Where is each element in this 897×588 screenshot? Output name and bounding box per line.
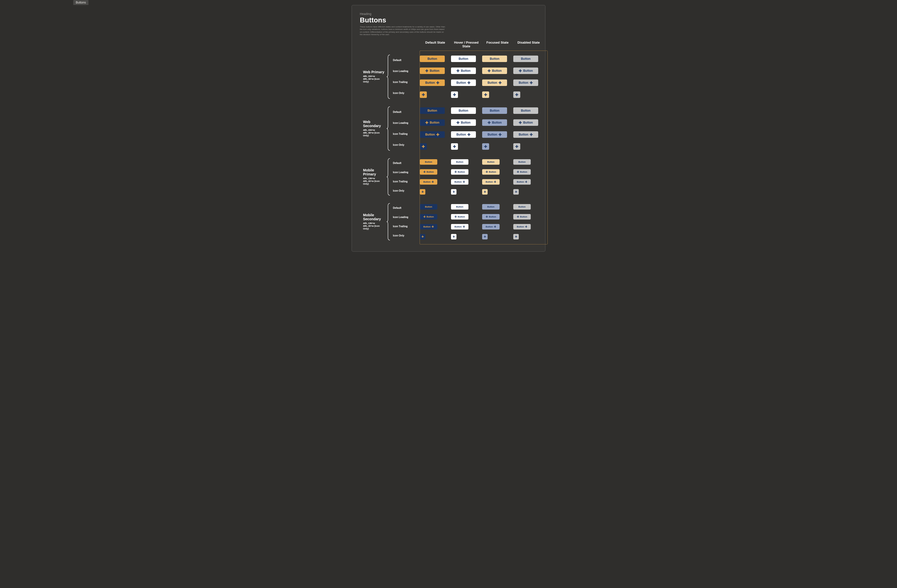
tab-strip: Buttons (0, 0, 897, 5)
web-secondary-icon-leading-focused-button[interactable]: Button (482, 119, 507, 126)
web-secondary-default-hover-button[interactable]: Button (451, 107, 476, 114)
plus-icon (467, 81, 470, 84)
mobile-secondary-default-disabled-button[interactable]: Button (513, 204, 531, 210)
plus-icon (453, 93, 456, 96)
mobile-primary-icon-only-focused-button[interactable] (482, 189, 488, 194)
mobile-primary-icon-leading-hover-button[interactable]: Button (451, 169, 468, 175)
mobile-primary-icon-only-disabled-button[interactable] (513, 189, 519, 194)
plus-icon (436, 133, 439, 136)
web-secondary-icon-only-focused-button[interactable] (482, 143, 489, 150)
mobile-primary-default-default-button[interactable]: Button (420, 159, 437, 165)
web-primary-icon-trailing-focused-button[interactable]: Button (482, 80, 507, 86)
web-secondary-default-focused-button[interactable]: Button (482, 107, 507, 114)
section-name: Web Primary (363, 70, 385, 74)
plus-icon (494, 225, 496, 228)
mobile-secondary-icon-only-default-button[interactable] (420, 234, 426, 239)
mobile-secondary-default-default-button[interactable]: Button (420, 204, 437, 210)
mobile-secondary-icon-leading-default-button[interactable]: Button (420, 214, 437, 219)
web-primary-icon-leading-focused-button[interactable]: Button (482, 67, 507, 74)
section-name: Web Secondary (363, 120, 385, 128)
web-primary-icon-leading-default-button[interactable]: Button (420, 67, 445, 74)
web-primary-icon-only-disabled-button[interactable] (513, 92, 520, 98)
mobile-secondary-icon-leading-disabled-button[interactable]: Button (513, 214, 531, 219)
plus-icon (484, 93, 487, 96)
button-label: Button (487, 205, 494, 208)
web-primary-icon-trailing-hover-button[interactable]: Button (451, 80, 476, 86)
mobile-secondary-icon-only-disabled-button[interactable] (513, 234, 519, 239)
web-secondary-icon-only-disabled-button[interactable] (513, 143, 520, 150)
plus-icon (517, 171, 519, 173)
web-primary-default-focused-button[interactable]: Button (482, 55, 507, 62)
web-primary-icon-only-default-button[interactable] (420, 92, 427, 98)
row-label-default: Default (393, 207, 418, 209)
mobile-secondary-icon-trailing-hover-button[interactable]: Button (451, 224, 468, 230)
mobile-secondary-icon-trailing-default-button[interactable]: Button (420, 224, 437, 230)
web-secondary-icon-leading-default-button[interactable]: Button (420, 119, 445, 126)
section-mobile-primary: Mobile Primary 40h, 136+w40h, 40+w (Icon… (423, 158, 545, 196)
web-secondary-icon-only-default-button[interactable] (420, 143, 427, 150)
mobile-primary-icon-trailing-hover-button[interactable]: Button (451, 179, 468, 185)
mobile-primary-icon-trailing-focused-button[interactable]: Button (482, 179, 500, 185)
design-canvas: Heading Buttons These buttons have diffe… (352, 5, 545, 252)
web-primary-default-default-button[interactable]: Button (420, 55, 445, 62)
mobile-secondary-icon-leading-hover-button[interactable]: Button (451, 214, 468, 219)
mobile-secondary-icon-trailing-disabled-button[interactable]: Button (513, 224, 531, 230)
plus-icon (488, 121, 491, 124)
mobile-secondary-icon-leading-focused-button[interactable]: Button (482, 214, 500, 219)
curly-bracket-icon (386, 106, 391, 151)
web-secondary-icon-only-hover-button[interactable] (451, 143, 458, 150)
row-label-default: Default (393, 110, 418, 113)
web-secondary-icon-leading-hover-button[interactable]: Button (451, 119, 476, 126)
section-label-mobile-primary: Mobile Primary 40h, 136+w40h, 40+w (Icon… (363, 158, 393, 196)
mobile-primary-default-focused-button[interactable]: Button (482, 159, 500, 165)
button-label: Button (488, 81, 497, 84)
button-label: Button (458, 171, 465, 173)
web-primary-default-disabled-button[interactable]: Button (513, 55, 538, 62)
mobile-primary-icon-only-hover-button[interactable] (451, 189, 456, 194)
plus-icon (455, 216, 457, 218)
web-primary-icon-trailing-default-button[interactable]: Button (420, 80, 445, 86)
mobile-primary-default-hover-button[interactable]: Button (451, 159, 468, 165)
button-label: Button (456, 133, 466, 136)
plus-icon (455, 171, 457, 173)
mobile-primary-icon-trailing-disabled-button[interactable]: Button (513, 179, 531, 185)
mobile-secondary-default-hover-button[interactable]: Button (451, 204, 468, 210)
plus-icon (423, 171, 426, 173)
button-label: Button (521, 57, 531, 61)
mobile-primary-icon-leading-focused-button[interactable]: Button (482, 169, 500, 175)
web-secondary-icon-trailing-focused-button[interactable]: Button (482, 131, 507, 138)
web-primary-default-hover-button[interactable]: Button (451, 55, 476, 62)
web-secondary-default-disabled-button[interactable]: Button (513, 107, 538, 114)
web-secondary-icon-trailing-hover-button[interactable]: Button (451, 131, 476, 138)
web-primary-icon-only-focused-button[interactable] (482, 92, 489, 98)
mobile-secondary-icon-only-hover-button[interactable] (451, 234, 456, 239)
tab-buttons[interactable]: Buttons (73, 0, 89, 5)
button-label: Button (487, 161, 494, 163)
web-secondary-icon-trailing-default-button[interactable]: Button (420, 131, 445, 138)
plus-icon (463, 181, 465, 183)
button-label: Button (430, 69, 439, 72)
mobile-primary-icon-leading-disabled-button[interactable]: Button (513, 169, 531, 175)
row-label-icon-trailing: Icon Trailing (393, 225, 418, 228)
web-secondary-icon-leading-disabled-button[interactable]: Button (513, 119, 538, 126)
button-label: Button (519, 81, 528, 84)
mobile-primary-icon-leading-default-button[interactable]: Button (420, 169, 437, 175)
web-secondary-default-default-button[interactable]: Button (420, 107, 445, 114)
mobile-primary-icon-only-default-button[interactable] (420, 189, 426, 194)
plus-icon (486, 171, 488, 173)
mobile-secondary-icon-only-focused-button[interactable] (482, 234, 488, 239)
web-primary-icon-trailing-disabled-button[interactable]: Button (513, 80, 538, 86)
mobile-secondary-default-focused-button[interactable]: Button (482, 204, 500, 210)
web-primary-icon-leading-hover-button[interactable]: Button (451, 67, 476, 74)
button-label: Button (425, 161, 432, 163)
mobile-primary-default-disabled-button[interactable]: Button (513, 159, 531, 165)
section-label-mobile-secondary: Mobile Secondary 40h, 136+w40h, 40+w (Ic… (363, 203, 393, 241)
web-primary-icon-only-hover-button[interactable] (451, 92, 458, 98)
mobile-primary-icon-trailing-default-button[interactable]: Button (420, 179, 437, 185)
section-meta: 40h, 136+w40h, 40+w (Icon Only) (363, 222, 385, 230)
row-label-icon-leading: Icon Leading (393, 171, 418, 174)
web-secondary-icon-trailing-disabled-button[interactable]: Button (513, 131, 538, 138)
web-primary-icon-leading-disabled-button[interactable]: Button (513, 67, 538, 74)
mobile-secondary-icon-trailing-focused-button[interactable]: Button (482, 224, 500, 230)
button-grid-web-secondary: ButtonButtonButtonButtonButtonButtonButt… (420, 106, 545, 151)
